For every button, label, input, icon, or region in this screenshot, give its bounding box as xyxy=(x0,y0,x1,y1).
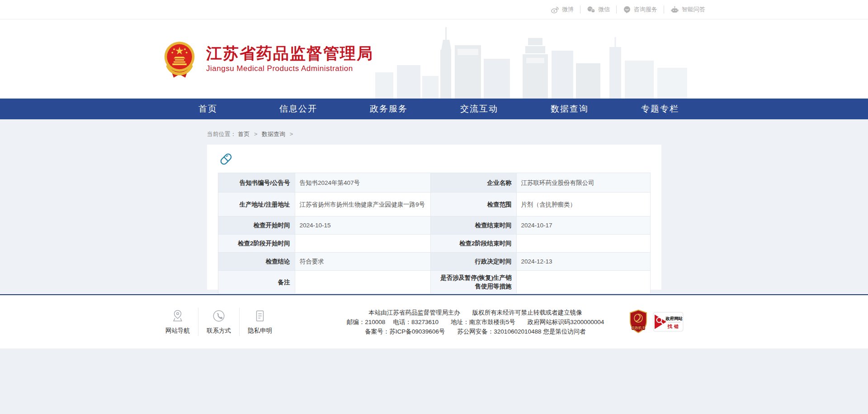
breadcrumb-prefix: 当前位置： xyxy=(207,131,236,137)
top-utility-bar: 微博 微信 咨询服务 xyxy=(0,0,868,19)
breadcrumb-home-link[interactable]: 首页 xyxy=(238,131,250,137)
weibo-icon xyxy=(551,6,559,14)
footer-separator xyxy=(239,308,240,336)
footer-contact-link[interactable]: 联系方式 xyxy=(204,309,234,335)
field-label: 生产地址/注册地址 xyxy=(218,193,295,216)
wechat-label: 微信 xyxy=(598,5,610,14)
table-row: 备注 是否涉及暂停(恢复)生产销售使用等措施 xyxy=(218,271,650,294)
footer-privacy-link[interactable]: 隐私申明 xyxy=(245,309,275,335)
nav-interaction[interactable]: 交流互动 xyxy=(434,99,524,119)
weibo-link[interactable]: 微博 xyxy=(544,5,580,14)
field-label: 行政决定时间 xyxy=(430,253,516,271)
party-gov-shield-badge[interactable]: 党政机关 xyxy=(628,309,648,334)
footer-sitemap-link[interactable]: 网站导航 xyxy=(163,309,193,335)
national-emblem-logo xyxy=(163,41,196,80)
field-label: 企业名称 xyxy=(430,173,516,193)
field-value: 片剂（含抗肿瘤类） xyxy=(516,193,650,216)
footer-line-3: 备案号：苏ICP备09039606号 苏公网安备：32010602010488 … xyxy=(365,328,585,335)
field-label: 检查2阶段开始时间 xyxy=(218,235,295,253)
phone-icon xyxy=(212,309,226,323)
footer-privacy-label: 隐私申明 xyxy=(248,327,272,335)
field-label: 告知书编号/公告号 xyxy=(218,173,295,193)
field-value: 2024-12-13 xyxy=(516,253,650,271)
field-value xyxy=(516,271,650,294)
field-value: 2024-10-17 xyxy=(516,216,650,235)
weibo-label: 微博 xyxy=(562,5,574,14)
robot-icon xyxy=(670,6,679,14)
site-title: 江苏省药品监督管理局 xyxy=(206,45,373,62)
field-label: 是否涉及暂停(恢复)生产销售使用等措施 xyxy=(430,271,516,294)
nav-home[interactable]: 首页 xyxy=(163,99,253,119)
nav-data-query[interactable]: 数据查询 xyxy=(524,99,615,119)
breadcrumb-separator: > xyxy=(254,131,258,137)
field-value: 江苏省扬州市扬州生物健康产业园健康一路9号 xyxy=(295,193,430,216)
footer-badges: 党政机关 政府网站 找错 xyxy=(628,309,684,334)
site-subtitle: Jiangsu Medical Products Administration xyxy=(206,64,373,73)
consult-service-label: 咨询服务 xyxy=(634,5,657,14)
footer-contact-label: 联系方式 xyxy=(207,327,231,335)
footer-separator xyxy=(198,308,198,336)
footer-links: 网站导航 联系方式 xyxy=(163,308,275,336)
find-badge-bottom-label: 找错 xyxy=(667,324,681,329)
field-value xyxy=(295,271,430,294)
smart-qa-link[interactable]: 智能问答 xyxy=(664,5,705,14)
field-value: 符合要求 xyxy=(295,253,430,271)
inspection-detail-table: 告知书编号/公告号 告知书2024年第407号 企业名称 江苏联环药业股份有限公… xyxy=(218,173,651,294)
site-header: 江苏省药品监督管理局 Jiangsu Medical Products Admi… xyxy=(0,19,868,99)
wechat-link[interactable]: 微信 xyxy=(580,5,616,14)
table-row: 生产地址/注册地址 江苏省扬州市扬州生物健康产业园健康一路9号 检查范围 片剂（… xyxy=(218,193,650,216)
table-row: 检查开始时间 2024-10-15 检查结束时间 2024-10-17 xyxy=(218,216,650,235)
nav-special-topics[interactable]: 专题专栏 xyxy=(615,99,705,119)
table-row: 检查2阶段开始时间 检查2阶段结束时间 xyxy=(218,235,650,253)
consult-service-link[interactable]: 咨询服务 xyxy=(616,5,664,14)
footer-line-1: 本站由江苏省药品监督管理局主办 版权所有未经许可禁止转载或者建立镜像 xyxy=(368,309,582,316)
field-label: 检查开始时间 xyxy=(218,216,295,235)
field-label: 检查结束时间 xyxy=(430,216,516,235)
footer-sitemap-label: 网站导航 xyxy=(165,327,190,335)
field-value xyxy=(516,235,650,253)
chat-icon xyxy=(623,6,631,14)
field-value xyxy=(295,235,430,253)
find-badge-top-label: 政府网站 xyxy=(665,316,683,321)
smart-qa-label: 智能问答 xyxy=(682,5,705,14)
field-value: 江苏联环药业股份有限公司 xyxy=(516,173,650,193)
nav-gov-services[interactable]: 政务服务 xyxy=(344,99,434,119)
field-label: 备注 xyxy=(218,271,295,294)
field-label: 检查范围 xyxy=(430,193,516,216)
wechat-icon xyxy=(587,6,595,13)
field-value: 2024-10-15 xyxy=(295,216,430,235)
brand-block: 江苏省药品监督管理局 Jiangsu Medical Products Admi… xyxy=(206,45,373,74)
sub-footer-area xyxy=(0,348,868,414)
gov-site-error-report-badge[interactable]: 政府网站 找错 xyxy=(653,312,684,332)
map-pin-icon xyxy=(171,309,184,323)
nav-info-disclosure[interactable]: 信息公开 xyxy=(253,99,344,119)
breadcrumb-separator-2: > xyxy=(290,131,293,137)
pill-icon xyxy=(219,152,233,166)
table-row: 检查结论 符合要求 行政决定时间 2024-12-13 xyxy=(218,253,650,271)
shield-badge-label: 党政机关 xyxy=(631,326,646,330)
main-navigation: 首页 信息公开 政务服务 交流互动 数据查询 专题专栏 xyxy=(0,99,868,119)
breadcrumb: 当前位置： 首页 > 数据查询 > xyxy=(207,119,661,138)
main-content: 当前位置： 首页 > 数据查询 > 告知书编号/公告号 告知书2024年第407… xyxy=(0,119,868,294)
record-card: 告知书编号/公告号 告知书2024年第407号 企业名称 江苏联环药业股份有限公… xyxy=(207,145,661,290)
field-label: 检查结论 xyxy=(218,253,295,271)
breadcrumb-data-query-link[interactable]: 数据查询 xyxy=(262,131,285,137)
footer-line-2: 邮编：210008 电话：83273610 地址：南京市鼓楼街5号 政府网站标识… xyxy=(347,319,604,325)
privacy-doc-icon xyxy=(253,309,267,323)
field-label: 检查2阶段结束时间 xyxy=(430,235,516,253)
field-value: 告知书2024年第407号 xyxy=(295,173,430,193)
site-footer: 网站导航 联系方式 xyxy=(0,294,868,348)
footer-info-text: 本站由江苏省药品监督管理局主办 版权所有未经许可禁止转载或者建立镜像 邮编：21… xyxy=(275,308,628,336)
table-row: 告知书编号/公告号 告知书2024年第407号 企业名称 江苏联环药业股份有限公… xyxy=(218,173,650,193)
